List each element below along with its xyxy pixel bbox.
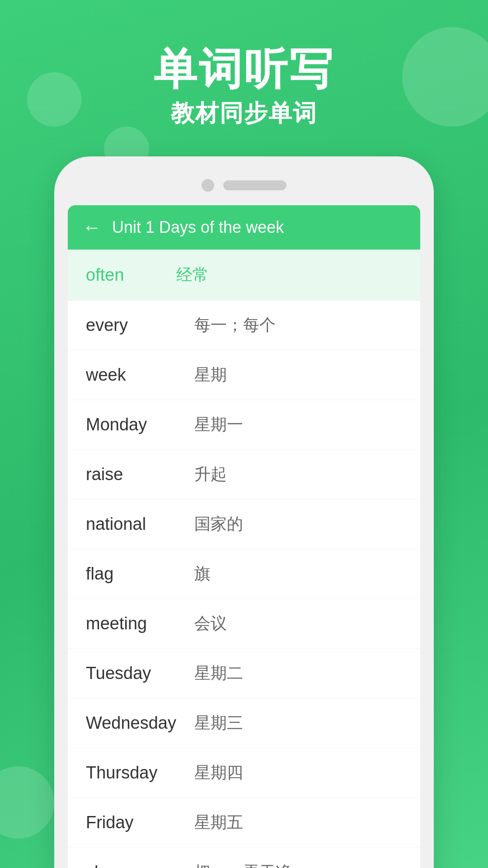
word-en: national: [86, 514, 176, 534]
bg-decoration-circle-1: [27, 72, 81, 127]
word-item[interactable]: national国家的: [68, 500, 420, 549]
word-en: every: [86, 316, 176, 335]
word-item[interactable]: every每一；每个: [68, 301, 420, 350]
word-cn: 星期一: [194, 414, 243, 436]
word-item[interactable]: Thursday星期四: [68, 748, 420, 798]
phone-camera: [202, 179, 214, 192]
header-section: 单词听写 教材同步单词: [154, 45, 334, 129]
word-cn: 每一；每个: [194, 314, 276, 336]
word-item[interactable]: flag旗: [68, 549, 420, 599]
word-cn: 星期五: [194, 811, 243, 834]
word-en: week: [86, 365, 176, 385]
bg-decoration-circle-2: [402, 27, 488, 127]
word-cn: 旗: [194, 563, 211, 585]
word-item[interactable]: Wednesday星期三: [68, 698, 420, 748]
word-en: Monday: [86, 415, 176, 434]
bg-decoration-circle-4: [0, 766, 54, 839]
word-en: flag: [86, 564, 176, 584]
app-subtitle: 教材同步单词: [154, 98, 334, 129]
word-en: raise: [86, 465, 176, 484]
word-cn: 星期二: [194, 662, 243, 684]
word-cn: 国家的: [194, 513, 243, 535]
phone-mockup: ← Unit 1 Days of the week often经常every每一…: [54, 156, 434, 868]
word-en: Wednesday: [86, 713, 176, 733]
phone-top-bar: [54, 170, 434, 205]
word-en: Thursday: [86, 763, 176, 783]
word-cn: 升起: [194, 463, 227, 486]
word-item[interactable]: meeting会议: [68, 599, 420, 649]
word-cn: 星期三: [194, 712, 243, 734]
word-en: Friday: [86, 813, 176, 832]
phone-speaker: [223, 180, 286, 190]
nav-title: Unit 1 Days of the week: [112, 218, 284, 237]
word-item[interactable]: Monday星期一: [68, 400, 420, 450]
word-cn: 星期四: [194, 762, 243, 784]
word-en: often: [86, 265, 158, 285]
word-item[interactable]: Friday星期五: [68, 798, 420, 848]
word-item[interactable]: raise升起: [68, 450, 420, 500]
word-item[interactable]: Tuesday星期二: [68, 649, 420, 698]
word-cn: 把……弄干净: [194, 861, 292, 868]
back-button[interactable]: ←: [82, 218, 101, 237]
word-item[interactable]: clean把……弄干净: [68, 848, 420, 868]
word-list: often经常every每一；每个week星期Monday星期一raise升起n…: [68, 250, 420, 868]
word-en: meeting: [86, 614, 176, 633]
app-content: ← Unit 1 Days of the week often经常every每一…: [68, 205, 420, 868]
word-en: clean: [86, 863, 176, 868]
word-item[interactable]: week星期: [68, 350, 420, 400]
word-cn: 星期: [194, 364, 227, 386]
word-cn: 会议: [194, 613, 227, 635]
word-en: Tuesday: [86, 664, 176, 683]
word-cn: 经常: [176, 264, 209, 286]
word-item-highlighted[interactable]: often经常: [68, 250, 420, 301]
app-title: 单词听写: [154, 45, 334, 93]
nav-bar: ← Unit 1 Days of the week: [68, 205, 420, 250]
